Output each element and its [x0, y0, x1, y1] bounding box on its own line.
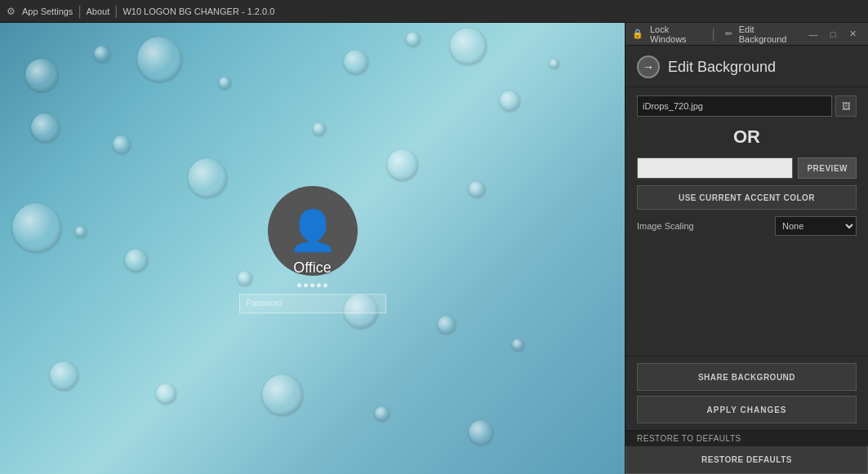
- close-button[interactable]: ✕: [844, 25, 861, 43]
- right-panel: 🔒 Lock Windows | ✏ Edit Background — □ ✕…: [625, 23, 868, 474]
- about-link[interactable]: About: [87, 7, 110, 16]
- apply-changes-button[interactable]: APPLY CHANGES: [637, 396, 857, 423]
- right-header: → Edit Background: [625, 46, 868, 87]
- scaling-select[interactable]: None Fill Fit Stretch Tile Center: [775, 216, 857, 236]
- restore-section: RESTORE TO DEFAULTS RESTORE DEFAULTS: [625, 430, 868, 474]
- password-placeholder: Password: [247, 299, 283, 308]
- login-area: Office Password: [239, 259, 386, 313]
- bottom-area: SHARE BACKGROUND APPLY CHANGES: [625, 356, 868, 430]
- edit-background-label[interactable]: Edit Background: [739, 24, 798, 44]
- scaling-label: Image Scaling: [637, 221, 768, 231]
- sep1: |: [78, 4, 81, 19]
- file-row: 🖼: [637, 95, 857, 117]
- color-swatch[interactable]: [637, 157, 793, 179]
- accent-color-button[interactable]: USE CURRENT ACCENT COLOR: [637, 185, 857, 210]
- content-area: 👤 Office Password 🔒: [0, 23, 868, 474]
- right-title-bar: 🔒 Lock Windows | ✏ Edit Background — □ ✕: [625, 23, 868, 46]
- app-window: ⚙ App Settings | About | W10 LOGON BG CH…: [0, 0, 868, 474]
- back-arrow-button[interactable]: →: [637, 55, 660, 78]
- window-controls: — □ ✕: [804, 25, 861, 43]
- lock-windows-label[interactable]: Lock Windows: [650, 24, 702, 44]
- person-icon: 👤: [288, 211, 337, 250]
- sep2: |: [114, 4, 118, 19]
- login-dots: [297, 283, 327, 287]
- lock-icon: 🔒: [632, 29, 643, 39]
- title-bar: ⚙ App Settings | About | W10 LOGON BG CH…: [0, 0, 868, 23]
- right-content: 🖼 OR PREVIEW USE CURRENT ACCENT COLOR Im…: [625, 87, 868, 356]
- restore-label: RESTORE TO DEFAULTS: [625, 430, 868, 446]
- color-preview-row: PREVIEW: [637, 157, 857, 179]
- or-label: OR: [637, 126, 857, 148]
- restore-defaults-button[interactable]: RESTORE DEFAULTS: [625, 446, 868, 474]
- restore-button[interactable]: □: [824, 25, 842, 43]
- app-title: W10 LOGON BG CHANGER - 1.2.0.0: [122, 7, 274, 16]
- file-input[interactable]: [637, 95, 832, 117]
- minimize-button[interactable]: —: [804, 25, 822, 43]
- arrow-icon: →: [643, 60, 654, 73]
- username-label: Office: [293, 259, 332, 277]
- panel-title: Edit Background: [668, 59, 776, 76]
- app-icon: ⚙: [7, 6, 18, 17]
- edit-icon: ✏: [725, 29, 732, 39]
- app-settings-link[interactable]: App Settings: [22, 7, 73, 16]
- file-browse-button[interactable]: 🖼: [835, 95, 857, 117]
- preview-area: 👤 Office Password: [0, 23, 625, 474]
- scaling-row: Image Scaling None Fill Fit Stretch Tile…: [637, 216, 857, 236]
- password-box[interactable]: Password: [239, 294, 386, 313]
- share-background-button[interactable]: SHARE BACKGROUND: [637, 363, 857, 391]
- preview-button[interactable]: PREVIEW: [798, 157, 857, 179]
